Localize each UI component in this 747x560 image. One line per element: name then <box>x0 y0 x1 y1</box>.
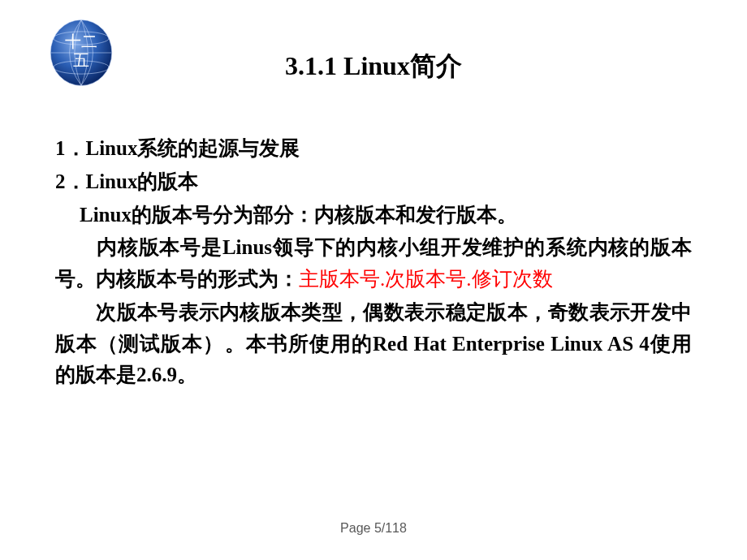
logo-globe: 十二 五 <box>45 16 118 89</box>
para1-text: Linux的版本号分为部分：内核版本和发行版本。 <box>80 204 517 226</box>
para2-text-b-highlight: 主版本号.次版本号.修订次数 <box>299 268 553 290</box>
para3-text: 次版本号表示内核版本类型，偶数表示稳定版本，奇数表示开发中版本（测试版本）。本书… <box>55 301 692 386</box>
list-item-2: 2．Linux的版本 <box>55 166 692 198</box>
paragraph-3: 次版本号表示内核版本类型，偶数表示稳定版本，奇数表示开发中版本（测试版本）。本书… <box>55 297 692 391</box>
paragraph-2: 内核版本号是Linus领导下的内核小组开发维护的系统内核的版本号。内核版本号的形… <box>55 232 692 295</box>
paragraph-1: Linux的版本号分为部分：内核版本和发行版本。 <box>55 200 692 231</box>
logo-text-top: 十二 <box>65 32 97 50</box>
logo-text-bottom: 五 <box>73 51 89 69</box>
list-item-1: 1．Linux系统的起源与发展 <box>55 133 692 165</box>
slide-container: 十二 五 3.1.1 Linux简介 1．Linux系统的起源与发展 2．Lin… <box>0 0 747 560</box>
page-footer: Page 5/118 <box>0 521 747 536</box>
slide-body: 1．Linux系统的起源与发展 2．Linux的版本 Linux的版本号分为部分… <box>0 133 747 391</box>
